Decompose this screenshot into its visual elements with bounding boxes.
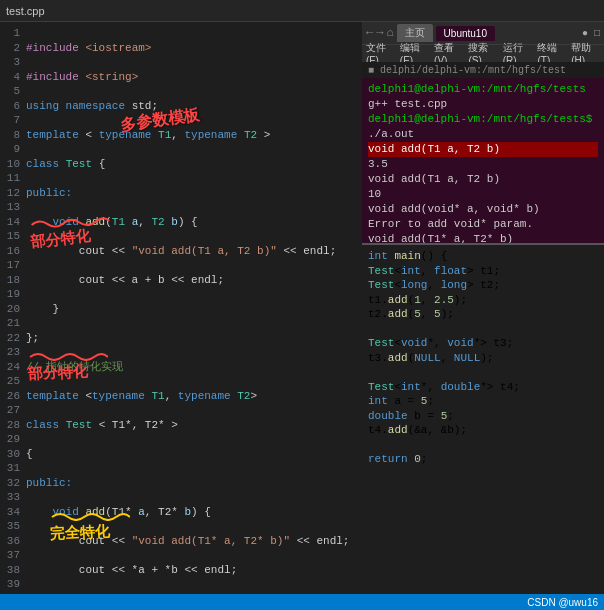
ln: 14: [2, 215, 20, 230]
right-panel: ← → ⌂ 主页 Ubuntu10 ● □ 文件(F) 编辑(E) 查看(V) …: [362, 22, 604, 594]
terminal-line-5: void add(T1 a, T2 b): [368, 172, 598, 187]
ln: 20: [2, 302, 20, 317]
code-line-r: Test<int, float> t1;: [368, 264, 598, 279]
ln: 22: [2, 331, 20, 346]
code-line-r: Test<long, long> t2;: [368, 278, 598, 293]
code-line-r: t3.add(NULL, NULL);: [368, 351, 598, 366]
path-text: ■ delphi/delphi-vm:/mnt/hgfs/test: [368, 65, 566, 76]
nav-forward-icon[interactable]: →: [376, 26, 383, 40]
browser-tab-main[interactable]: 主页: [397, 24, 433, 42]
terminal-content-top: delphi1@delphi-vm:/mnt/hgfs/tests g++ te…: [362, 78, 604, 243]
code-line: {: [26, 447, 360, 462]
ln: 7: [2, 113, 20, 128]
ln: 26: [2, 389, 20, 404]
terminal-line-9: void add(T1* a, T2* b): [368, 232, 598, 243]
annotation-partial2-label: 部分特化: [28, 361, 109, 384]
terminal-line-2: delphi1@delphi-vm:/mnt/hgfs/tests$ ./a.o…: [368, 112, 598, 142]
menu-bar: 文件(F) 编辑(E) 查看(V) 搜索(S) 运行(R) 终端(T) 帮助(H…: [362, 44, 604, 62]
code-line-r: Test<int*, double*> t4;: [368, 380, 598, 395]
ln: 19: [2, 287, 20, 302]
code-line-r: double b = 5;: [368, 409, 598, 424]
code-line: template <typename T1, typename T2>: [26, 389, 360, 404]
ln: 5: [2, 84, 20, 99]
code-line: public:: [26, 476, 360, 491]
terminal-line-7: void add(void* a, void* b): [368, 202, 598, 217]
code-line-r: t1.add(1, 2.5);: [368, 293, 598, 308]
ln: 23: [2, 345, 20, 360]
terminal-line-6: 10: [368, 187, 598, 202]
ln: 32: [2, 476, 20, 491]
annotation-complete-label: 完全特化: [50, 521, 131, 544]
ln: 37: [2, 548, 20, 563]
main-layout: 1 2 3 4 5 6 7 8 9 10 11 12 13 14 15 16 1: [0, 22, 604, 594]
code-panel-right: int main() { Test<int, float> t1; Test<l…: [362, 245, 604, 594]
ln: 8: [2, 128, 20, 143]
code-line-r: t2.add(5, 5);: [368, 307, 598, 322]
ln: 13: [2, 200, 20, 215]
code-line: template < typename T1, typename T2 >: [26, 128, 360, 143]
ln: 3: [2, 55, 20, 70]
code-line-r: [368, 365, 598, 380]
annotation-complete: 完全特化: [50, 509, 130, 542]
ln: 36: [2, 534, 20, 549]
ln: 34: [2, 505, 20, 520]
annotation-squiggle-1: 部分特化: [29, 213, 111, 250]
code-line: class Test {: [26, 157, 360, 172]
line-numbers: 1 2 3 4 5 6 7 8 9 10 11 12 13 14 15 16 1: [0, 22, 24, 594]
ln: 35: [2, 519, 20, 534]
code-line-r: [368, 438, 598, 453]
ln: 12: [2, 186, 20, 201]
code-line-r: [368, 322, 598, 337]
code-line: }: [26, 592, 360, 595]
status-icons: ● □: [582, 28, 600, 39]
ln: 17: [2, 258, 20, 273]
watermark: CSDN @uwu16: [527, 597, 598, 608]
code-line: public:: [26, 186, 360, 201]
app-container: test.cpp 1 2 3 4 5 6 7 8 9 10: [0, 0, 604, 610]
code-line-r: int main() {: [368, 249, 598, 264]
code-line-r: int a = 5;: [368, 394, 598, 409]
ln: 29: [2, 432, 20, 447]
ln: 1: [2, 26, 20, 41]
ln: 31: [2, 461, 20, 476]
code-line: #include <iostream>: [26, 41, 360, 56]
ln: 18: [2, 273, 20, 288]
nav-back-icon[interactable]: ←: [366, 26, 373, 40]
code-line: cout << *a + *b << endl;: [26, 563, 360, 578]
ln: 39: [2, 577, 20, 592]
terminal-line-3: void add(T1 a, T2 b): [368, 142, 598, 157]
ln: 16: [2, 244, 20, 259]
ln: 30: [2, 447, 20, 462]
ln: 2: [2, 41, 20, 56]
code-line: }: [26, 302, 360, 317]
ln: 33: [2, 490, 20, 505]
ln: 11: [2, 171, 20, 186]
ln: 38: [2, 563, 20, 578]
code-line: class Test < T1*, T2* >: [26, 418, 360, 433]
ln: 6: [2, 99, 20, 114]
terminal-line-4: 3.5: [368, 157, 598, 172]
ln: 15: [2, 229, 20, 244]
ln: 4: [2, 70, 20, 85]
terminal-line-8: Error to add void* param.: [368, 217, 598, 232]
ln: 9: [2, 142, 20, 157]
code-line: cout << a + b << endl;: [26, 273, 360, 288]
status-bar: CSDN @uwu16: [0, 594, 604, 610]
ln: 10: [2, 157, 20, 172]
code-line-r: t4.add(&a, &b);: [368, 423, 598, 438]
code-line-r: return 0;: [368, 452, 598, 467]
ln: 27: [2, 403, 20, 418]
path-bar: ■ delphi/delphi-vm:/mnt/hgfs/test: [362, 62, 604, 78]
ln: 24: [2, 360, 20, 375]
nav-home-icon[interactable]: ⌂: [386, 26, 393, 40]
code-line: #include <string>: [26, 70, 360, 85]
ln: 21: [2, 316, 20, 331]
annotation-squiggle-2: 部分特化: [28, 349, 108, 382]
app-title: test.cpp: [6, 5, 45, 17]
editor-panel: 1 2 3 4 5 6 7 8 9 10 11 12 13 14 15 16 1: [0, 22, 362, 594]
code-line-r: Test<void*, void*> t3;: [368, 336, 598, 351]
ln: 28: [2, 418, 20, 433]
ln: 25: [2, 374, 20, 389]
code-line: };: [26, 331, 360, 346]
browser-tab-ubuntu[interactable]: Ubuntu10: [436, 26, 495, 41]
